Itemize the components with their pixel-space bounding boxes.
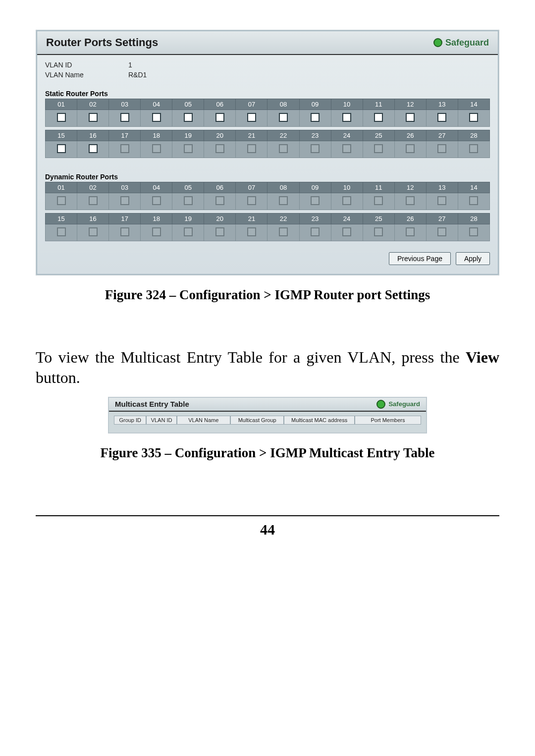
- port-checkbox: [279, 144, 288, 153]
- port-checkbox[interactable]: [279, 113, 288, 122]
- port-checkbox: [469, 227, 478, 236]
- port-checkbox[interactable]: [89, 113, 98, 122]
- port-cell: [236, 224, 268, 241]
- port-header: 26: [394, 130, 426, 141]
- port-checkbox: [437, 227, 446, 236]
- port-checkbox[interactable]: [120, 113, 129, 122]
- port-header: 26: [394, 214, 426, 224]
- port-cell: [426, 141, 458, 158]
- port-cell: [204, 193, 236, 210]
- port-cell: [141, 141, 172, 158]
- multicast-entry-figure: Multicast Entry Table Safeguard Group ID…: [108, 397, 427, 433]
- port-cell: [268, 110, 299, 127]
- static-ports-table: 0102030405060708091011121314: [45, 99, 490, 127]
- port-header: 15: [46, 214, 77, 224]
- fig2-safeguard-label: Safeguard: [388, 400, 420, 408]
- port-header: 10: [331, 99, 363, 110]
- port-cell: [299, 193, 331, 210]
- port-header: 05: [172, 99, 204, 110]
- port-cell: [46, 141, 77, 158]
- dynamic-ports-table: 0102030405060708091011121314: [45, 182, 490, 210]
- port-checkbox[interactable]: [247, 113, 256, 122]
- port-checkbox: [279, 227, 288, 236]
- port-cell: [109, 193, 141, 210]
- port-header: 04: [141, 182, 172, 193]
- port-cell: [363, 110, 394, 127]
- port-cell: [77, 193, 109, 210]
- router-ports-panel: Router Ports Settings Safeguard VLAN ID …: [37, 31, 498, 274]
- port-checkbox: [215, 144, 224, 153]
- port-checkbox[interactable]: [184, 113, 193, 122]
- port-checkbox: [374, 227, 383, 236]
- port-header: 20: [204, 130, 236, 141]
- fig2-safeguard: Safeguard: [376, 400, 420, 409]
- port-checkbox[interactable]: [57, 144, 66, 153]
- port-header: 02: [77, 182, 109, 193]
- fig2-columns: Group IDVLAN IDVLAN NameMulticast GroupM…: [109, 412, 426, 432]
- port-header: 03: [109, 182, 141, 193]
- port-header: 06: [204, 182, 236, 193]
- port-cell: [77, 141, 109, 158]
- port-cell: [268, 141, 299, 158]
- port-header: 28: [458, 214, 489, 224]
- port-checkbox[interactable]: [437, 113, 446, 122]
- port-checkbox[interactable]: [152, 113, 161, 122]
- port-cell: [299, 141, 331, 158]
- vlan-id-label: VLAN ID: [45, 61, 105, 69]
- port-header: 27: [426, 214, 458, 224]
- port-checkbox: [152, 196, 161, 205]
- port-checkbox: [342, 227, 351, 236]
- port-cell: [77, 110, 109, 127]
- column-header: Multicast MAC address: [284, 416, 355, 425]
- port-cell: [109, 141, 141, 158]
- port-header: 04: [141, 99, 172, 110]
- router-ports-figure: Router Ports Settings Safeguard VLAN ID …: [36, 30, 499, 275]
- apply-button[interactable]: Apply: [456, 252, 490, 265]
- port-cell: [394, 224, 426, 241]
- port-cell: [394, 193, 426, 210]
- port-header: 25: [363, 130, 394, 141]
- port-checkbox[interactable]: [406, 113, 415, 122]
- previous-page-button[interactable]: Previous Page: [389, 252, 451, 265]
- port-header: 03: [109, 99, 141, 110]
- figure1-caption: Figure 324 – Configuration > IGMP Router…: [36, 287, 499, 303]
- port-checkbox: [342, 196, 351, 205]
- port-checkbox[interactable]: [469, 113, 478, 122]
- port-cell: [172, 110, 204, 127]
- port-checkbox[interactable]: [215, 113, 224, 122]
- port-checkbox: [89, 196, 98, 205]
- port-header: 06: [204, 99, 236, 110]
- port-cell: [204, 141, 236, 158]
- port-cell: [236, 110, 268, 127]
- port-checkbox: [406, 196, 415, 205]
- port-checkbox[interactable]: [311, 113, 320, 122]
- port-checkbox[interactable]: [89, 144, 98, 153]
- column-header: Group ID: [114, 416, 146, 425]
- safeguard-icon: [376, 400, 385, 409]
- port-cell: [331, 110, 363, 127]
- column-header: Port Members: [355, 416, 421, 425]
- port-checkbox: [437, 196, 446, 205]
- port-header: 28: [458, 130, 489, 141]
- port-checkbox: [120, 196, 129, 205]
- port-header: 19: [172, 130, 204, 141]
- port-checkbox: [152, 227, 161, 236]
- port-cell: [458, 110, 489, 127]
- port-header: 14: [458, 99, 489, 110]
- port-checkbox[interactable]: [342, 113, 351, 122]
- port-checkbox[interactable]: [57, 113, 66, 122]
- port-header: 07: [236, 99, 268, 110]
- port-header: 16: [77, 130, 109, 141]
- port-checkbox[interactable]: [374, 113, 383, 122]
- vlan-id-value: 1: [128, 61, 132, 69]
- port-checkbox: [342, 144, 351, 153]
- column-header: Multicast Group: [230, 416, 284, 425]
- port-checkbox: [374, 196, 383, 205]
- port-checkbox: [215, 227, 224, 236]
- port-header: 20: [204, 214, 236, 224]
- safeguard-icon: [433, 38, 442, 47]
- port-cell: [331, 141, 363, 158]
- button-row: Previous Page Apply: [45, 252, 490, 265]
- port-checkbox: [247, 227, 256, 236]
- port-checkbox: [184, 144, 193, 153]
